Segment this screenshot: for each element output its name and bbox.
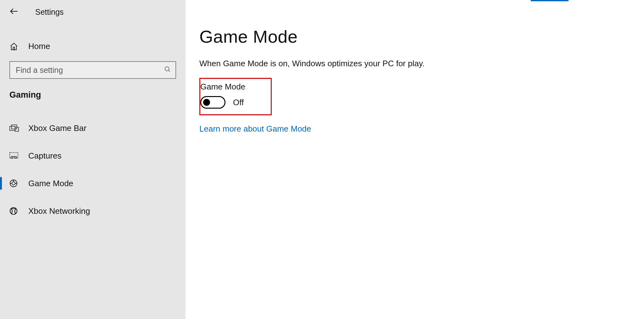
sidebar-item-xbox-game-bar[interactable]: Xbox Game Bar <box>0 114 186 142</box>
sidebar-nav-items: Xbox Game Bar Captures <box>0 114 186 225</box>
svg-rect-1 <box>13 47 15 50</box>
sidebar-header: Settings <box>0 4 186 24</box>
sidebar-item-label: Captures <box>28 151 62 161</box>
page-description: When Game Mode is on, Windows optimizes … <box>199 59 644 68</box>
home-icon <box>9 42 20 51</box>
game-bar-icon <box>9 124 20 132</box>
svg-point-11 <box>12 182 15 185</box>
svg-rect-4 <box>10 126 15 130</box>
svg-point-2 <box>165 67 169 71</box>
learn-more-link[interactable]: Learn more about Game Mode <box>199 124 311 134</box>
app-title: Settings <box>35 8 64 17</box>
sidebar-item-label: Xbox Game Bar <box>28 123 86 133</box>
toggle-state-text: Off <box>233 98 244 107</box>
svg-point-9 <box>15 156 17 158</box>
captures-icon <box>9 152 20 160</box>
svg-point-8 <box>11 156 13 158</box>
sidebar-item-home[interactable]: Home <box>0 34 186 59</box>
search-input[interactable] <box>16 66 164 75</box>
main-content: Game Mode When Game Mode is on, Windows … <box>186 0 644 319</box>
page-title: Game Mode <box>199 26 644 47</box>
toggle-knob <box>203 99 210 106</box>
settings-sidebar: Settings Home Gaming <box>0 0 186 319</box>
toggle-row: Off <box>200 96 252 109</box>
home-label: Home <box>28 41 50 51</box>
sidebar-item-game-mode[interactable]: Game Mode <box>0 170 186 197</box>
svg-rect-5 <box>12 125 17 129</box>
game-mode-icon <box>9 179 20 187</box>
window-accent-bar <box>531 0 569 1</box>
sidebar-item-label: Game Mode <box>28 179 73 188</box>
game-mode-toggle[interactable] <box>200 96 225 109</box>
search-icon <box>164 66 171 74</box>
search-box[interactable] <box>9 61 176 79</box>
sidebar-category-heading: Gaming <box>0 86 186 105</box>
sidebar-item-xbox-networking[interactable]: Xbox Networking <box>0 197 186 225</box>
toggle-label: Game Mode <box>200 82 252 92</box>
sidebar-item-label: Xbox Networking <box>28 206 90 216</box>
game-mode-toggle-block: Game Mode Off <box>199 78 272 115</box>
sidebar-item-captures[interactable]: Captures <box>0 142 186 170</box>
back-arrow-icon[interactable] <box>9 7 18 17</box>
xbox-icon <box>9 207 20 215</box>
search-container <box>9 61 176 79</box>
svg-line-3 <box>169 70 170 72</box>
